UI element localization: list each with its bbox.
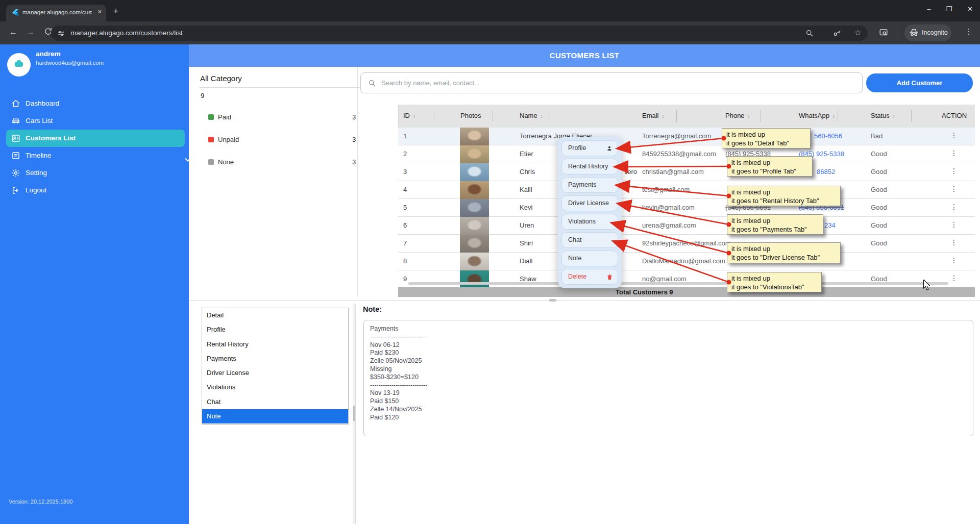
menu-item-profile[interactable]: Profile: [561, 140, 618, 156]
row-actions-button[interactable]: ⋮: [948, 220, 960, 229]
column-header-phone[interactable]: Phone↕: [725, 112, 750, 119]
tab-driver-license[interactable]: Driver License: [202, 366, 348, 380]
row-actions-button[interactable]: ⋮: [948, 238, 960, 246]
category-item-unpaid[interactable]: Unpaid 3: [208, 135, 361, 144]
new-tab-button[interactable]: +: [113, 7, 118, 15]
user-name: andrem: [36, 50, 61, 58]
tab-rental-history[interactable]: Rental History: [202, 337, 348, 352]
back-button[interactable]: ←: [9, 28, 17, 37]
add-customer-button[interactable]: Add Customer: [866, 73, 973, 92]
sort-icon[interactable]: ↕: [541, 113, 543, 119]
horizontal-scrollbar[interactable]: [408, 282, 948, 285]
tab-profile[interactable]: Profile: [202, 322, 348, 337]
table-row[interactable]: 2 Etier 8459255338@gmail.com (845) 925-5…: [398, 145, 975, 163]
note-textarea[interactable]: Payments -------------------------- Nov …: [363, 320, 973, 436]
column-header-name[interactable]: Name↕: [520, 112, 543, 119]
customer-photo[interactable]: [460, 235, 489, 253]
sort-icon[interactable]: ↕: [413, 113, 415, 119]
minimize-button[interactable]: –: [927, 5, 930, 13]
column-header-id[interactable]: ID↕: [403, 112, 415, 119]
row-actions-button[interactable]: ⋮: [948, 203, 960, 211]
bookmark-star-icon[interactable]: ☆: [854, 28, 861, 37]
table-row[interactable]: 4 Kalil test@gmail.com Good ⋮: [398, 181, 975, 199]
category-item-none[interactable]: None 3: [208, 158, 361, 167]
forward-button[interactable]: →: [27, 28, 35, 37]
sidebar-item-setting[interactable]: Setting: [0, 164, 189, 182]
sidebar-item-logout[interactable]: Logout: [0, 182, 189, 199]
cell-email: test@gmail.com: [642, 186, 690, 193]
note-heading: Note:: [363, 305, 382, 313]
tab-note[interactable]: Note: [202, 409, 348, 423]
column-header-whatsapp[interactable]: WhatsApp↕: [799, 112, 835, 119]
table-row[interactable]: 5 Kevi kevin@gmail.com (646) 656-6691 (6…: [398, 199, 975, 217]
menu-item-violations[interactable]: Violations: [561, 214, 618, 230]
menu-item-delete[interactable]: Delete: [561, 269, 618, 285]
password-key-icon[interactable]: [833, 29, 842, 40]
cell-email: 8459255338@gmail.com: [642, 150, 716, 158]
avatar[interactable]: [7, 53, 31, 77]
browser-tab[interactable]: manager.alugago.com/custome ✕: [6, 5, 106, 21]
row-actions-button[interactable]: ⋮: [948, 149, 960, 157]
zoom-icon[interactable]: [805, 29, 814, 39]
row-actions-button[interactable]: ⋮: [948, 131, 960, 139]
menu-item-chat[interactable]: Chat: [561, 232, 618, 248]
table-row[interactable]: 7 Shirl 92shirleypacheco@gmail.com Good …: [398, 235, 975, 253]
sidebar-item-dashboard[interactable]: Dashboard: [0, 95, 189, 112]
customer-photo[interactable]: [460, 163, 489, 181]
site-controls-icon[interactable]: [57, 30, 65, 39]
customer-photo[interactable]: [460, 145, 489, 163]
tab-payments[interactable]: Payments: [202, 352, 348, 366]
site-favicon: [12, 9, 19, 18]
column-header-status[interactable]: Status↕: [871, 112, 895, 119]
sidebar-item-cars-list[interactable]: Cars List: [0, 112, 189, 130]
sidebar-item-timeline[interactable]: Timeline: [0, 147, 189, 164]
row-actions-button[interactable]: ⋮: [948, 274, 960, 282]
table-row[interactable]: 3 Chrisllero christian@gmail.com 86852 G…: [398, 163, 975, 181]
splitter-handle[interactable]: [549, 299, 556, 302]
category-total: 9: [201, 92, 204, 99]
customer-photo[interactable]: [460, 181, 489, 199]
customer-photo[interactable]: [460, 217, 489, 235]
customer-photo[interactable]: [460, 270, 489, 288]
annotation-note: it is mixed upit goes to "Detail Tab": [722, 128, 811, 148]
user-email: hardwood4us@gmail.com: [36, 60, 104, 66]
customer-photo[interactable]: [460, 199, 489, 217]
menu-item-note[interactable]: Note: [561, 251, 618, 266]
reading-mode-icon[interactable]: [879, 28, 888, 39]
row-actions-button[interactable]: ⋮: [948, 256, 960, 264]
address-bar[interactable]: manager.alugago.com/customers/list ☆: [51, 26, 868, 41]
table-row[interactable]: 8 Diall DialloMamadou@gmail.com ⋮: [398, 253, 975, 270]
customer-photo[interactable]: [460, 128, 489, 145]
table-row[interactable]: 9 Shaw no@gmail.com Good ⋮: [398, 270, 975, 288]
maximize-button[interactable]: ❒: [946, 5, 952, 13]
table-row[interactable]: 6 Uren urena@gmail.com 234 Good ⋮: [398, 217, 975, 235]
browser-menu-icon[interactable]: ⋮: [965, 27, 972, 36]
row-actions-button[interactable]: ⋮: [948, 167, 960, 175]
search-input[interactable]: [381, 73, 851, 92]
customer-photo[interactable]: [460, 253, 489, 270]
close-window-button[interactable]: ✕: [967, 5, 973, 13]
table-row[interactable]: 1 Torrenegra Jorge Eliecer Torrenegra@gm…: [398, 128, 975, 145]
row-actions-button[interactable]: ⋮: [948, 185, 960, 193]
sidebar-item-label: Setting: [26, 169, 47, 177]
logout-icon: [11, 186, 20, 195]
menu-item-driver-license[interactable]: Driver License: [561, 195, 618, 211]
category-count: 3: [352, 136, 356, 143]
sort-icon[interactable]: ↕: [662, 113, 665, 119]
vertical-scrollbar[interactable]: [353, 304, 356, 524]
column-header-email[interactable]: Email↕: [642, 112, 665, 119]
menu-item-rental-history[interactable]: Rental History: [561, 159, 618, 174]
sort-icon[interactable]: ↕: [748, 113, 750, 119]
menu-item-payments[interactable]: Payments: [561, 177, 618, 193]
tab-detail[interactable]: Detail: [202, 308, 348, 322]
cell-status: Good: [871, 186, 887, 193]
category-count: 3: [352, 113, 356, 121]
category-item-paid[interactable]: Paid 3: [208, 113, 361, 122]
tab-violations[interactable]: Violations: [202, 380, 348, 394]
tab-chat[interactable]: Chat: [202, 395, 348, 409]
sort-icon[interactable]: ↕: [832, 113, 835, 119]
sort-icon[interactable]: ↕: [893, 113, 895, 119]
cell-email: christian@gmail.com: [642, 168, 704, 176]
tab-close-icon[interactable]: ✕: [97, 9, 102, 15]
sidebar-item-customers-list[interactable]: Customers List: [6, 130, 185, 147]
